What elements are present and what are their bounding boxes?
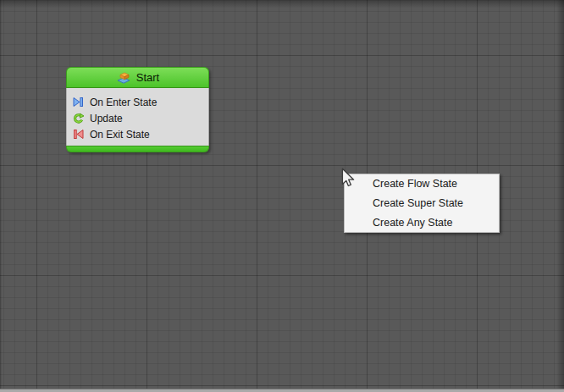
state-node-start[interactable]: Start On Enter State Update — [66, 67, 209, 152]
event-label: On Enter State — [90, 97, 157, 108]
canvas-left-shadow — [0, 0, 2, 389]
canvas-top-shadow — [0, 0, 564, 8]
state-node-footer — [66, 146, 209, 152]
menu-item-create-super-state[interactable]: Create Super State — [345, 194, 499, 213]
state-node-title: Start — [136, 71, 159, 84]
state-node-header[interactable]: Start — [66, 67, 209, 88]
state-stack-icon — [116, 71, 131, 85]
event-row-update[interactable]: Update — [73, 110, 203, 126]
event-label: On Exit State — [90, 129, 150, 141]
canvas-bottom-edge — [0, 389, 564, 392]
menu-item-create-flow-state[interactable]: Create Flow State — [345, 174, 499, 194]
step-back-icon — [73, 129, 84, 140]
event-row-on-enter-state[interactable]: On Enter State — [73, 94, 203, 110]
event-label: Update — [90, 113, 123, 124]
canvas-right-shadow — [556, 0, 564, 389]
context-menu: Create Flow State Create Super State Cre… — [344, 174, 500, 233]
state-node-body: On Enter State Update On Exit State — [66, 88, 209, 146]
event-row-on-exit-state[interactable]: On Exit State — [73, 126, 203, 142]
step-forward-icon — [73, 97, 84, 108]
graph-canvas[interactable]: Start On Enter State Update — [0, 0, 564, 392]
refresh-icon — [73, 113, 84, 124]
menu-item-create-any-state[interactable]: Create Any State — [345, 213, 499, 233]
